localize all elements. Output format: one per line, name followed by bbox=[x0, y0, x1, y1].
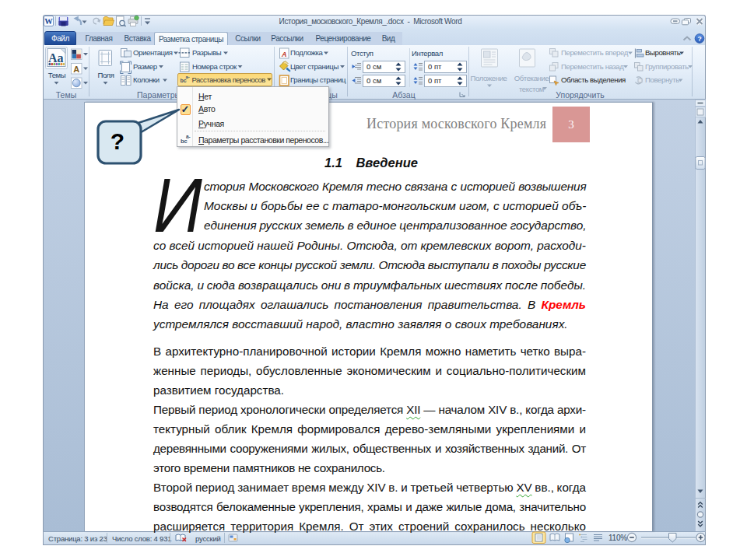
svg-text:?: ? bbox=[110, 128, 124, 154]
